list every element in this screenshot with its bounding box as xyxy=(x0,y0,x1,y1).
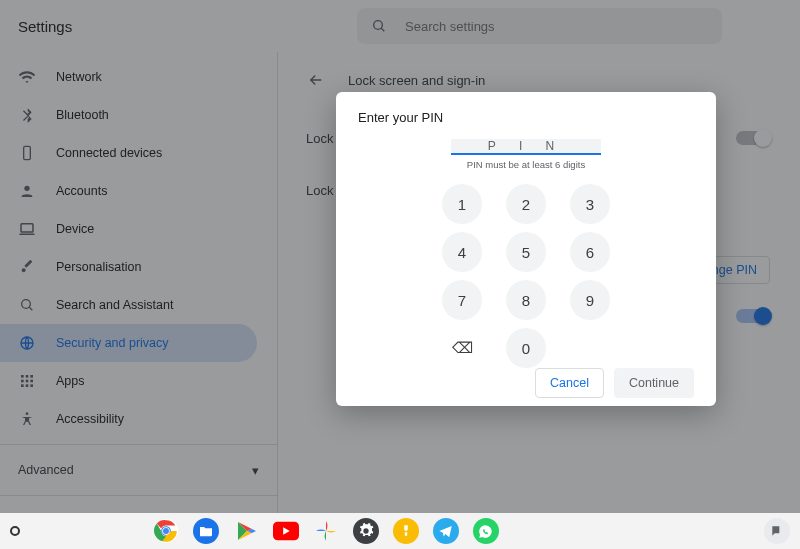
sidebar-item-label: Accessibility xyxy=(56,412,124,426)
sidebar-item-label: Connected devices xyxy=(56,146,162,160)
shelf-apps xyxy=(153,518,499,544)
svg-point-22 xyxy=(163,528,169,534)
sidebar-item-label: Network xyxy=(56,70,102,84)
svg-point-18 xyxy=(26,412,29,415)
toggle-pin-enabled[interactable] xyxy=(736,309,770,323)
keypad-9[interactable]: 9 xyxy=(570,280,610,320)
back-button[interactable] xyxy=(302,66,330,94)
toggle-lock-1[interactable] xyxy=(736,131,770,145)
keep-icon[interactable] xyxy=(393,518,419,544)
launcher-button[interactable] xyxy=(10,526,20,536)
sidebar-item-label: Accounts xyxy=(56,184,107,198)
cancel-button[interactable]: Cancel xyxy=(535,368,604,398)
svg-point-3 xyxy=(24,186,29,191)
svg-rect-15 xyxy=(21,384,24,387)
files-icon[interactable] xyxy=(193,518,219,544)
whatsapp-icon[interactable] xyxy=(473,518,499,544)
sidebar-item-apps[interactable]: Apps xyxy=(0,362,257,400)
sidebar: Network Bluetooth Connected devices Acco… xyxy=(0,52,278,513)
chevron-down-icon: ▾ xyxy=(252,463,259,478)
advanced-label: Advanced xyxy=(18,463,74,477)
sidebar-item-label: Device xyxy=(56,222,94,236)
search-icon xyxy=(371,18,387,34)
svg-line-7 xyxy=(29,307,32,310)
keypad-4[interactable]: 4 xyxy=(442,232,482,272)
apps-icon xyxy=(18,372,36,390)
settings-icon[interactable] xyxy=(353,518,379,544)
brush-icon xyxy=(18,258,36,276)
pin-input[interactable]: P I N xyxy=(451,139,601,155)
svg-rect-11 xyxy=(30,375,33,378)
sidebar-item-label: Search and Assistant xyxy=(56,298,173,312)
globe-shield-icon xyxy=(18,334,36,352)
photos-icon[interactable] xyxy=(313,518,339,544)
keypad-6[interactable]: 6 xyxy=(570,232,610,272)
search-input[interactable] xyxy=(405,19,708,34)
svg-rect-14 xyxy=(30,380,33,383)
svg-rect-10 xyxy=(26,375,29,378)
search-icon xyxy=(18,296,36,314)
keypad-0[interactable]: 0 xyxy=(506,328,546,368)
svg-rect-2 xyxy=(24,146,31,159)
pin-hint: PIN must be at least 6 digits xyxy=(358,159,694,170)
continue-button[interactable]: Continue xyxy=(614,368,694,398)
svg-point-6 xyxy=(22,300,31,309)
search-box[interactable] xyxy=(357,8,722,44)
sidebar-item-security-privacy[interactable]: Security and privacy xyxy=(0,324,257,362)
svg-point-0 xyxy=(374,21,383,30)
svg-rect-4 xyxy=(21,224,33,232)
sidebar-item-network[interactable]: Network xyxy=(0,58,257,96)
keypad-backspace[interactable]: ⌫ xyxy=(442,328,482,368)
svg-rect-9 xyxy=(21,375,24,378)
section-title: Lock screen and sign-in xyxy=(348,73,485,88)
sidebar-item-device[interactable]: Device xyxy=(0,210,257,248)
person-icon xyxy=(18,182,36,200)
sidebar-item-label: Bluetooth xyxy=(56,108,109,122)
chrome-icon[interactable] xyxy=(153,518,179,544)
sidebar-item-accessibility[interactable]: Accessibility xyxy=(0,400,257,438)
accessibility-icon xyxy=(18,410,36,428)
keypad-3[interactable]: 3 xyxy=(570,184,610,224)
sidebar-advanced[interactable]: Advanced ▾ xyxy=(0,451,277,489)
page-title: Settings xyxy=(18,18,72,35)
bluetooth-icon xyxy=(18,106,36,124)
phone-icon xyxy=(18,144,36,162)
youtube-icon[interactable] xyxy=(273,518,299,544)
keypad-1[interactable]: 1 xyxy=(442,184,482,224)
keypad-7[interactable]: 7 xyxy=(442,280,482,320)
sidebar-item-search-assistant[interactable]: Search and Assistant xyxy=(0,286,257,324)
sidebar-item-personalisation[interactable]: Personalisation xyxy=(0,248,257,286)
svg-rect-13 xyxy=(26,380,29,383)
svg-rect-16 xyxy=(26,384,29,387)
keypad: 1 2 3 4 5 6 7 8 9 ⌫ 0 xyxy=(438,184,614,368)
svg-line-1 xyxy=(381,28,384,31)
keypad-8[interactable]: 8 xyxy=(506,280,546,320)
sidebar-item-label: Security and privacy xyxy=(56,336,169,350)
status-tray[interactable] xyxy=(764,518,790,544)
keypad-5[interactable]: 5 xyxy=(506,232,546,272)
keypad-2[interactable]: 2 xyxy=(506,184,546,224)
svg-rect-12 xyxy=(21,380,24,383)
telegram-icon[interactable] xyxy=(433,518,459,544)
dialog-title: Enter your PIN xyxy=(358,110,694,125)
sidebar-item-bluetooth[interactable]: Bluetooth xyxy=(0,96,257,134)
sidebar-item-label: Apps xyxy=(56,374,85,388)
play-store-icon[interactable] xyxy=(233,518,259,544)
pin-dialog: Enter your PIN P I N PIN must be at leas… xyxy=(336,92,716,406)
shelf xyxy=(0,513,800,549)
laptop-icon xyxy=(18,220,36,238)
svg-rect-17 xyxy=(30,384,33,387)
wifi-icon xyxy=(18,68,36,86)
sidebar-item-connected-devices[interactable]: Connected devices xyxy=(0,134,257,172)
sidebar-item-label: Personalisation xyxy=(56,260,141,274)
sidebar-item-accounts[interactable]: Accounts xyxy=(0,172,257,210)
